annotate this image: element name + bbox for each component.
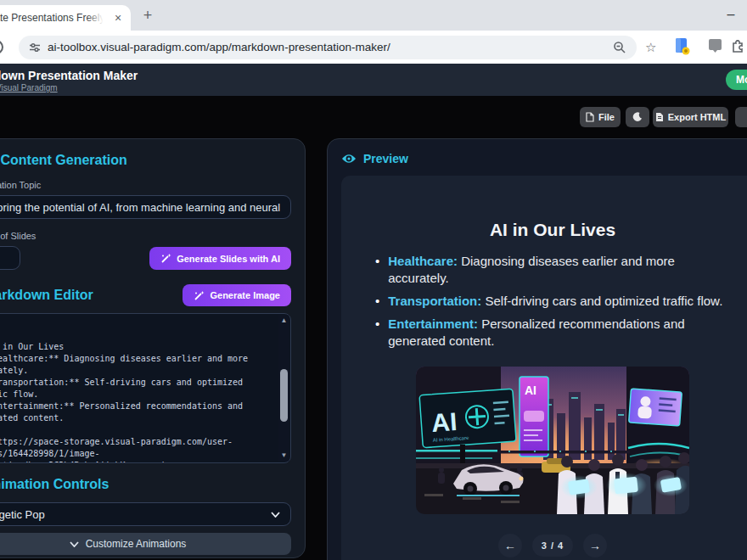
file-icon <box>586 112 594 122</box>
generate-image-label: Generate Image <box>210 290 280 300</box>
markdown-editor-heading-label: Markdown Editor <box>0 288 93 303</box>
slide-image: AI AI in Healthcare AI <box>416 367 689 514</box>
export-html-button[interactable]: Export HTML <box>653 107 728 127</box>
slide-title: AI in Our Lives <box>341 176 747 240</box>
bullet-label: Healthcare: <box>388 254 458 268</box>
chevron-down-icon <box>271 512 280 518</box>
eye-icon <box>341 153 357 165</box>
export-file-icon <box>655 112 664 122</box>
billboard-ai-text: AI <box>430 407 458 437</box>
content-generation-panel: AI Content Generation Presentation Topic… <box>0 138 306 558</box>
site-settings-icon[interactable] <box>29 42 41 53</box>
customize-animations-button[interactable]: Customize Animations <box>0 533 291 555</box>
animation-controls-heading: Animation Controls <box>0 477 291 492</box>
generate-slides-label: Generate Slides with AI <box>177 254 280 264</box>
markdown-editor-heading: Markdown Editor <box>0 288 93 303</box>
bullet-text: Self-driving cars and optimized traffic … <box>481 294 722 308</box>
zoom-out-icon[interactable] <box>613 41 626 54</box>
scroll-up-icon[interactable]: ▲ <box>278 315 289 327</box>
browser-tab-strip: Create Presentations Freely with AI × + … <box>0 0 747 31</box>
app-header: Markdown Presentation Maker Visual Parad… <box>0 64 747 96</box>
markdown-textarea[interactable]: ## AI in Our Lives - **Healthcare:** Dia… <box>0 313 291 463</box>
animation-controls-heading-label: Animation Controls <box>0 477 109 492</box>
preview-heading: Preview <box>363 152 408 165</box>
visual-paradigm-link[interactable]: Visual Paradigm <box>0 83 58 92</box>
extension-doc-icon[interactable] <box>674 37 691 56</box>
content-generation-heading: AI Content Generation <box>0 153 291 168</box>
tab-title-fade <box>87 5 110 31</box>
textarea-scrollbar[interactable]: ▲ ▼ <box>278 315 289 462</box>
tab-close-icon[interactable]: × <box>110 10 126 25</box>
bullet-dot: • <box>375 253 379 287</box>
chevron-down-icon <box>70 541 79 547</box>
animation-style-value: Energetic Pop <box>0 508 45 521</box>
bullet-label: Transportation: <box>388 294 481 308</box>
dark-mode-toggle[interactable] <box>626 107 649 127</box>
page-indicator: 3 / 4 <box>532 535 573 557</box>
more-button[interactable]: More <box>726 70 747 90</box>
overflow-action-button[interactable] <box>735 107 747 127</box>
generate-slides-button[interactable]: Generate Slides with AI <box>149 247 291 270</box>
file-button-label: File <box>598 112 615 122</box>
browser-tab[interactable]: Create Presentations Freely with AI × <box>0 5 131 31</box>
address-bar[interactable]: ai-toolbox.visual-paradigm.com/app/markd… <box>19 36 637 59</box>
animation-style-select[interactable]: Energetic Pop <box>0 502 291 526</box>
slide-navigation: ← 3 / 4 → <box>341 534 747 557</box>
magic-wand-icon <box>194 290 205 301</box>
slide-bullet: • Transportation: Self-driving cars and … <box>375 293 726 310</box>
generate-image-button[interactable]: Generate Image <box>183 284 291 306</box>
editor-header-row: Markdown Editor Generate Image <box>0 284 291 306</box>
bookmark-star-icon[interactable]: ☆ <box>645 40 656 55</box>
window-minimize-button[interactable]: – <box>718 3 744 25</box>
export-html-label: Export HTML <box>668 112 726 122</box>
slides-row: Generate Slides with AI <box>0 246 291 270</box>
slides-count-label: Number of Slides <box>0 231 291 241</box>
next-slide-button[interactable]: → <box>583 534 607 557</box>
preview-header: Preview <box>341 152 747 165</box>
extensions-puzzle-icon[interactable] <box>730 37 746 53</box>
app-title: Markdown Presentation Maker <box>0 69 138 82</box>
extension-tag-icon[interactable] <box>708 38 722 54</box>
slide-bullet-list: • Healthcare: Diagnosing diseases earlie… <box>341 253 747 350</box>
bullet-dot: • <box>375 293 379 310</box>
markdown-content: ## AI in Our Lives - **Healthcare:** Dia… <box>0 317 278 462</box>
magic-wand-icon <box>160 253 171 264</box>
topic-label: Presentation Topic <box>0 180 291 190</box>
bullet-label: Entertainment: <box>388 316 478 331</box>
slide-bullet: • Entertainment: Personalized recommenda… <box>375 316 726 350</box>
slides-count-input[interactable] <box>0 246 20 270</box>
reload-icon[interactable] <box>0 40 3 54</box>
screen: Create Presentations Freely with AI × + … <box>0 0 747 560</box>
file-button[interactable]: File <box>580 107 621 127</box>
bullet-dot: • <box>375 316 379 350</box>
slide-bullet: • Healthcare: Diagnosing diseases earlie… <box>375 253 726 287</box>
topic-input[interactable] <box>0 195 291 219</box>
new-tab-button[interactable]: + <box>138 5 158 25</box>
prev-slide-button[interactable]: ← <box>498 534 522 557</box>
slide-preview: AI in Our Lives • Healthcare: Diagnosing… <box>341 176 747 560</box>
moon-icon <box>632 112 643 122</box>
preview-panel: Preview AI in Our Lives • Healthcare: Di… <box>327 138 747 560</box>
url-text: ai-toolbox.visual-paradigm.com/app/markd… <box>48 41 390 53</box>
content-generation-heading-label: AI Content Generation <box>0 153 127 168</box>
billboard-ai-text-2: AI <box>525 384 536 397</box>
scrollbar-thumb[interactable] <box>280 369 288 422</box>
scroll-down-icon[interactable]: ▼ <box>278 450 289 462</box>
customize-animations-label: Customize Animations <box>86 538 187 550</box>
browser-toolbar: ai-toolbox.visual-paradigm.com/app/markd… <box>0 31 747 64</box>
